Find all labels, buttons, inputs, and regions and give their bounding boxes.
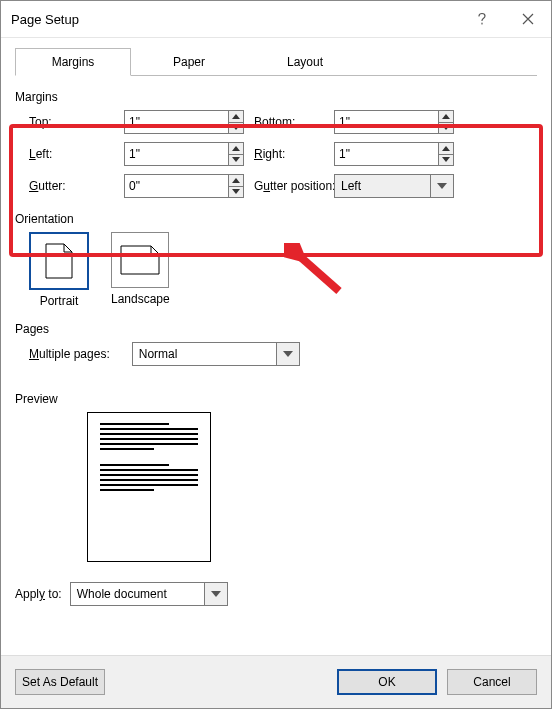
left-spinner[interactable] xyxy=(124,142,244,166)
multiple-pages-label: Multiple pages: xyxy=(29,347,110,361)
gutter-spin-up[interactable] xyxy=(229,175,243,187)
left-input[interactable] xyxy=(125,143,228,165)
cancel-label: Cancel xyxy=(473,675,510,689)
bottom-input[interactable] xyxy=(335,111,438,133)
multiple-pages-value: Normal xyxy=(139,347,276,361)
ok-button[interactable]: OK xyxy=(337,669,437,695)
gutter-spin-down[interactable] xyxy=(229,187,243,198)
tab-margins[interactable]: Margins xyxy=(15,48,131,76)
landscape-icon xyxy=(111,232,169,288)
apply-to-row: Apply to: Whole document xyxy=(15,582,537,606)
portrait-icon xyxy=(29,232,89,290)
ok-label: OK xyxy=(378,675,395,689)
left-spin-down[interactable] xyxy=(229,155,243,166)
cancel-button[interactable]: Cancel xyxy=(447,669,537,695)
multiple-pages-select[interactable]: Normal xyxy=(132,342,300,366)
portrait-label: Portrait xyxy=(40,294,79,308)
orientation-landscape[interactable]: Landscape xyxy=(111,232,170,308)
close-button[interactable] xyxy=(505,1,551,37)
margins-heading: Margins xyxy=(15,90,537,104)
bottom-spin-up[interactable] xyxy=(439,111,453,123)
right-input[interactable] xyxy=(335,143,438,165)
set-as-default-button[interactable]: Set As Default xyxy=(15,669,105,695)
tab-margins-label: Margins xyxy=(52,55,95,69)
pages-section: Pages Multiple pages: Normal xyxy=(15,322,537,366)
tab-paper[interactable]: Paper xyxy=(131,48,247,76)
chevron-down-icon xyxy=(276,343,299,365)
dialog-title: Page Setup xyxy=(11,12,79,27)
chevron-down-icon xyxy=(430,175,453,197)
orientation-section: Orientation Portrait Landscape xyxy=(15,212,537,308)
orientation-portrait[interactable]: Portrait xyxy=(29,232,89,308)
left-label: Left: xyxy=(29,147,114,161)
gutter-pos-label: Gutter position: xyxy=(254,179,324,193)
top-spinner[interactable] xyxy=(124,110,244,134)
gutter-label: Gutter: xyxy=(29,179,114,193)
gutter-input[interactable] xyxy=(125,175,228,197)
landscape-label: Landscape xyxy=(111,292,170,306)
top-input[interactable] xyxy=(125,111,228,133)
apply-to-select[interactable]: Whole document xyxy=(70,582,228,606)
margins-section: Margins Top: Bottom: Left: Right: xyxy=(15,90,537,198)
right-spin-down[interactable] xyxy=(439,155,453,166)
orientation-heading: Orientation xyxy=(15,212,537,226)
apply-to-value: Whole document xyxy=(77,587,204,601)
help-button[interactable] xyxy=(459,1,505,37)
top-label: Top: xyxy=(29,115,114,129)
titlebar: Page Setup xyxy=(1,1,551,38)
set-as-default-label: Set As Default xyxy=(22,675,98,689)
right-label: Right: xyxy=(254,147,324,161)
tab-layout-label: Layout xyxy=(287,55,323,69)
top-spin-down[interactable] xyxy=(229,123,243,134)
footer: Set As Default OK Cancel xyxy=(1,655,551,708)
gutter-pos-value: Left xyxy=(341,179,430,193)
top-spin-up[interactable] xyxy=(229,111,243,123)
tabstrip: Margins Paper Layout xyxy=(15,48,537,76)
apply-to-label: Apply to: xyxy=(15,587,62,601)
tab-paper-label: Paper xyxy=(173,55,205,69)
page-setup-dialog: Page Setup Margins Paper Layout Margins … xyxy=(0,0,552,709)
left-spin-up[interactable] xyxy=(229,143,243,155)
right-spinner[interactable] xyxy=(334,142,454,166)
tab-layout[interactable]: Layout xyxy=(247,48,363,76)
preview-section: Preview xyxy=(15,392,537,562)
chevron-down-icon xyxy=(204,583,227,605)
right-spin-up[interactable] xyxy=(439,143,453,155)
pages-heading: Pages xyxy=(15,322,537,336)
bottom-spin-down[interactable] xyxy=(439,123,453,134)
preview-image xyxy=(87,412,537,562)
gutter-pos-select[interactable]: Left xyxy=(334,174,454,198)
bottom-label: Bottom: xyxy=(254,115,324,129)
bottom-spinner[interactable] xyxy=(334,110,454,134)
preview-heading: Preview xyxy=(15,392,537,406)
gutter-spinner[interactable] xyxy=(124,174,244,198)
